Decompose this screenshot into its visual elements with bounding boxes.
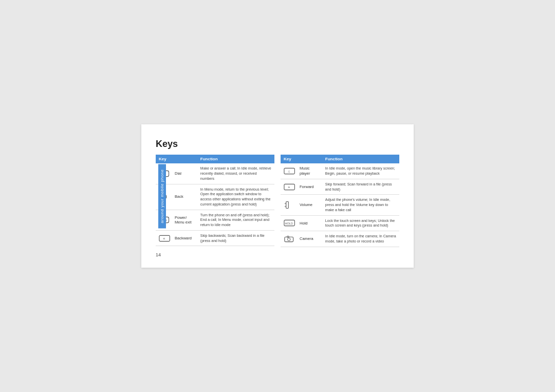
key-cell: ♫Music player (281, 163, 322, 179)
right-header-function: Function (322, 155, 399, 163)
key-cell: Camera (281, 231, 322, 247)
left-table-section: Key Function ✆DialMake or answer a call;… (156, 155, 274, 247)
svg-text:♫: ♫ (288, 170, 290, 173)
page-number: 14 (156, 252, 399, 257)
function-cell: In Idle mode, open the music library scr… (322, 163, 399, 179)
function-cell: Skip backwards; Scan backward in a file … (197, 230, 274, 246)
svg-rect-12 (286, 202, 289, 209)
key-cell: »Forward (281, 179, 322, 195)
left-keys-table: Key Function ✆DialMake or answer a call;… (156, 155, 274, 246)
table-row: CameraIn Idle mode, turn on the camera; … (281, 231, 399, 247)
function-cell: Make or answer a call; In Idle mode, ret… (197, 163, 274, 184)
table-row: ♫Music playerIn Idle mode, open the musi… (281, 163, 399, 179)
key-cell: «Backward (156, 230, 197, 246)
svg-rect-17 (285, 237, 293, 241)
table-row: »ForwardSkip forward; Scan forward in a … (281, 179, 399, 195)
function-cell: In Menu mode, return to the previous lev… (197, 184, 274, 210)
right-header-key: Key (281, 155, 322, 163)
backward-icon: « (159, 234, 172, 242)
side-tab: around your mobile phone (158, 164, 166, 228)
table-row: ↩BackIn Menu mode, return to the previou… (156, 184, 274, 210)
function-cell: In Idle mode, turn on the camera; In Cam… (322, 231, 399, 247)
left-header-key: Key (156, 155, 197, 163)
page-title: Keys (156, 139, 399, 150)
function-cell: Adjust the phone's volume; In Idle mode,… (322, 195, 399, 215)
key-cell: HOLDHold (281, 215, 322, 231)
camera-icon (284, 235, 297, 243)
svg-text:«: « (163, 236, 165, 240)
volume-icon (284, 201, 297, 209)
function-cell: Lock the touch screen and keys; Unlock t… (322, 215, 399, 231)
svg-text:HOLD: HOLD (285, 222, 292, 225)
page-container: around your mobile phone Keys Key Functi… (141, 124, 414, 267)
svg-text:»: » (288, 184, 290, 189)
table-row: «BackwardSkip backwards; Scan backward i… (156, 230, 274, 246)
left-header-function: Function (197, 155, 274, 163)
hold-icon: HOLD (284, 219, 297, 227)
music-icon: ♫ (284, 167, 297, 175)
right-table-section: Key Function ♫Music playerIn Idle mode, … (281, 155, 399, 247)
function-cell: Turn the phone on and off (press and hol… (197, 210, 274, 230)
svg-point-18 (287, 238, 290, 241)
key-cell: Volume (281, 195, 322, 215)
function-cell: Skip forward; Scan forward in a file (pr… (322, 179, 399, 195)
tables-wrapper: Key Function ✆DialMake or answer a call;… (156, 155, 399, 247)
right-keys-table: Key Function ♫Music playerIn Idle mode, … (281, 155, 399, 247)
table-row: ✆DialMake or answer a call; In Idle mode… (156, 163, 274, 184)
forward-icon: » (284, 183, 297, 191)
table-row: HOLDHoldLock the touch screen and keys; … (281, 215, 399, 231)
table-row: PWRPower/ Menu exitTurn the phone on and… (156, 210, 274, 230)
table-row: VolumeAdjust the phone's volume; In Idle… (281, 195, 399, 215)
